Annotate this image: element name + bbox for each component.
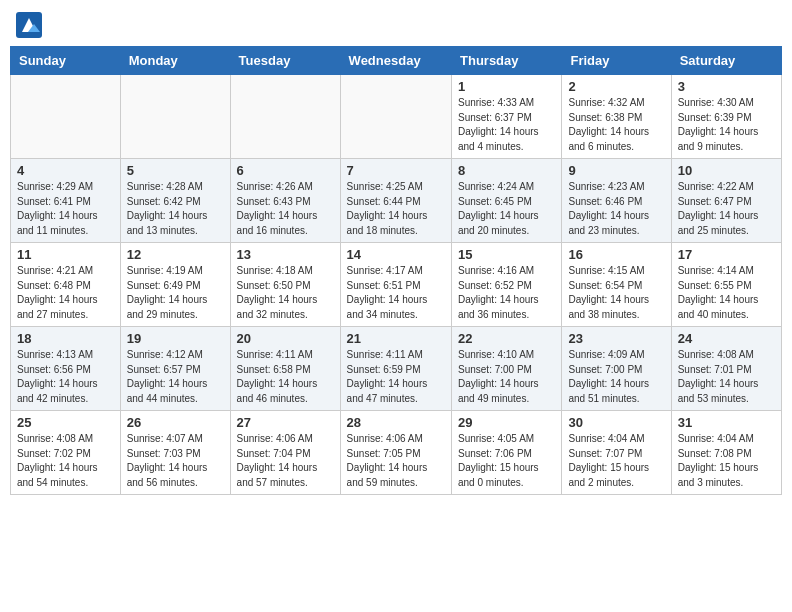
logo [14, 10, 48, 40]
calendar-week-row: 18Sunrise: 4:13 AM Sunset: 6:56 PM Dayli… [11, 327, 782, 411]
calendar-day-cell: 20Sunrise: 4:11 AM Sunset: 6:58 PM Dayli… [230, 327, 340, 411]
calendar-day-cell [340, 75, 451, 159]
weekday-header-row: SundayMondayTuesdayWednesdayThursdayFrid… [11, 47, 782, 75]
day-number: 22 [458, 331, 555, 346]
day-number: 26 [127, 415, 224, 430]
calendar-day-cell: 1Sunrise: 4:33 AM Sunset: 6:37 PM Daylig… [452, 75, 562, 159]
calendar-day-cell: 30Sunrise: 4:04 AM Sunset: 7:07 PM Dayli… [562, 411, 671, 495]
weekday-header-sunday: Sunday [11, 47, 121, 75]
day-number: 7 [347, 163, 445, 178]
day-number: 11 [17, 247, 114, 262]
weekday-header-saturday: Saturday [671, 47, 781, 75]
calendar-day-cell [120, 75, 230, 159]
calendar-day-cell: 26Sunrise: 4:07 AM Sunset: 7:03 PM Dayli… [120, 411, 230, 495]
calendar-day-cell [230, 75, 340, 159]
day-number: 2 [568, 79, 664, 94]
day-info: Sunrise: 4:05 AM Sunset: 7:06 PM Dayligh… [458, 432, 555, 490]
calendar-day-cell: 14Sunrise: 4:17 AM Sunset: 6:51 PM Dayli… [340, 243, 451, 327]
day-info: Sunrise: 4:21 AM Sunset: 6:48 PM Dayligh… [17, 264, 114, 322]
day-number: 9 [568, 163, 664, 178]
calendar-day-cell: 17Sunrise: 4:14 AM Sunset: 6:55 PM Dayli… [671, 243, 781, 327]
calendar-day-cell: 18Sunrise: 4:13 AM Sunset: 6:56 PM Dayli… [11, 327, 121, 411]
day-info: Sunrise: 4:19 AM Sunset: 6:49 PM Dayligh… [127, 264, 224, 322]
day-number: 17 [678, 247, 775, 262]
weekday-header-tuesday: Tuesday [230, 47, 340, 75]
day-number: 10 [678, 163, 775, 178]
day-info: Sunrise: 4:04 AM Sunset: 7:08 PM Dayligh… [678, 432, 775, 490]
calendar-day-cell: 11Sunrise: 4:21 AM Sunset: 6:48 PM Dayli… [11, 243, 121, 327]
day-number: 25 [17, 415, 114, 430]
day-info: Sunrise: 4:17 AM Sunset: 6:51 PM Dayligh… [347, 264, 445, 322]
day-number: 8 [458, 163, 555, 178]
weekday-header-wednesday: Wednesday [340, 47, 451, 75]
day-info: Sunrise: 4:25 AM Sunset: 6:44 PM Dayligh… [347, 180, 445, 238]
day-number: 18 [17, 331, 114, 346]
calendar-day-cell: 27Sunrise: 4:06 AM Sunset: 7:04 PM Dayli… [230, 411, 340, 495]
day-info: Sunrise: 4:32 AM Sunset: 6:38 PM Dayligh… [568, 96, 664, 154]
day-info: Sunrise: 4:08 AM Sunset: 7:02 PM Dayligh… [17, 432, 114, 490]
calendar-day-cell: 9Sunrise: 4:23 AM Sunset: 6:46 PM Daylig… [562, 159, 671, 243]
weekday-header-thursday: Thursday [452, 47, 562, 75]
weekday-header-monday: Monday [120, 47, 230, 75]
logo-icon [14, 10, 44, 40]
day-info: Sunrise: 4:14 AM Sunset: 6:55 PM Dayligh… [678, 264, 775, 322]
day-info: Sunrise: 4:23 AM Sunset: 6:46 PM Dayligh… [568, 180, 664, 238]
day-number: 31 [678, 415, 775, 430]
day-number: 14 [347, 247, 445, 262]
day-info: Sunrise: 4:22 AM Sunset: 6:47 PM Dayligh… [678, 180, 775, 238]
day-info: Sunrise: 4:08 AM Sunset: 7:01 PM Dayligh… [678, 348, 775, 406]
calendar-day-cell: 10Sunrise: 4:22 AM Sunset: 6:47 PM Dayli… [671, 159, 781, 243]
day-info: Sunrise: 4:18 AM Sunset: 6:50 PM Dayligh… [237, 264, 334, 322]
day-info: Sunrise: 4:11 AM Sunset: 6:58 PM Dayligh… [237, 348, 334, 406]
day-number: 5 [127, 163, 224, 178]
day-number: 12 [127, 247, 224, 262]
day-number: 21 [347, 331, 445, 346]
calendar-day-cell: 28Sunrise: 4:06 AM Sunset: 7:05 PM Dayli… [340, 411, 451, 495]
calendar-day-cell: 5Sunrise: 4:28 AM Sunset: 6:42 PM Daylig… [120, 159, 230, 243]
day-info: Sunrise: 4:29 AM Sunset: 6:41 PM Dayligh… [17, 180, 114, 238]
day-info: Sunrise: 4:11 AM Sunset: 6:59 PM Dayligh… [347, 348, 445, 406]
day-number: 16 [568, 247, 664, 262]
day-number: 3 [678, 79, 775, 94]
calendar-day-cell: 16Sunrise: 4:15 AM Sunset: 6:54 PM Dayli… [562, 243, 671, 327]
day-number: 29 [458, 415, 555, 430]
day-number: 4 [17, 163, 114, 178]
day-number: 24 [678, 331, 775, 346]
calendar-day-cell: 8Sunrise: 4:24 AM Sunset: 6:45 PM Daylig… [452, 159, 562, 243]
page-header [10, 10, 782, 40]
calendar-day-cell: 22Sunrise: 4:10 AM Sunset: 7:00 PM Dayli… [452, 327, 562, 411]
day-info: Sunrise: 4:09 AM Sunset: 7:00 PM Dayligh… [568, 348, 664, 406]
day-info: Sunrise: 4:16 AM Sunset: 6:52 PM Dayligh… [458, 264, 555, 322]
day-info: Sunrise: 4:07 AM Sunset: 7:03 PM Dayligh… [127, 432, 224, 490]
calendar-day-cell: 13Sunrise: 4:18 AM Sunset: 6:50 PM Dayli… [230, 243, 340, 327]
day-number: 20 [237, 331, 334, 346]
weekday-header-friday: Friday [562, 47, 671, 75]
calendar-week-row: 1Sunrise: 4:33 AM Sunset: 6:37 PM Daylig… [11, 75, 782, 159]
calendar-day-cell: 15Sunrise: 4:16 AM Sunset: 6:52 PM Dayli… [452, 243, 562, 327]
day-info: Sunrise: 4:12 AM Sunset: 6:57 PM Dayligh… [127, 348, 224, 406]
day-info: Sunrise: 4:15 AM Sunset: 6:54 PM Dayligh… [568, 264, 664, 322]
calendar-day-cell: 21Sunrise: 4:11 AM Sunset: 6:59 PM Dayli… [340, 327, 451, 411]
calendar-day-cell: 23Sunrise: 4:09 AM Sunset: 7:00 PM Dayli… [562, 327, 671, 411]
calendar-week-row: 11Sunrise: 4:21 AM Sunset: 6:48 PM Dayli… [11, 243, 782, 327]
calendar-day-cell: 2Sunrise: 4:32 AM Sunset: 6:38 PM Daylig… [562, 75, 671, 159]
calendar-day-cell: 6Sunrise: 4:26 AM Sunset: 6:43 PM Daylig… [230, 159, 340, 243]
day-number: 13 [237, 247, 334, 262]
day-info: Sunrise: 4:33 AM Sunset: 6:37 PM Dayligh… [458, 96, 555, 154]
day-info: Sunrise: 4:10 AM Sunset: 7:00 PM Dayligh… [458, 348, 555, 406]
day-info: Sunrise: 4:06 AM Sunset: 7:04 PM Dayligh… [237, 432, 334, 490]
day-number: 19 [127, 331, 224, 346]
calendar-day-cell [11, 75, 121, 159]
calendar-day-cell: 3Sunrise: 4:30 AM Sunset: 6:39 PM Daylig… [671, 75, 781, 159]
calendar-day-cell: 19Sunrise: 4:12 AM Sunset: 6:57 PM Dayli… [120, 327, 230, 411]
day-info: Sunrise: 4:06 AM Sunset: 7:05 PM Dayligh… [347, 432, 445, 490]
calendar-day-cell: 4Sunrise: 4:29 AM Sunset: 6:41 PM Daylig… [11, 159, 121, 243]
day-number: 23 [568, 331, 664, 346]
day-info: Sunrise: 4:30 AM Sunset: 6:39 PM Dayligh… [678, 96, 775, 154]
day-number: 1 [458, 79, 555, 94]
calendar-day-cell: 31Sunrise: 4:04 AM Sunset: 7:08 PM Dayli… [671, 411, 781, 495]
calendar-day-cell: 25Sunrise: 4:08 AM Sunset: 7:02 PM Dayli… [11, 411, 121, 495]
calendar-day-cell: 7Sunrise: 4:25 AM Sunset: 6:44 PM Daylig… [340, 159, 451, 243]
day-number: 15 [458, 247, 555, 262]
day-info: Sunrise: 4:26 AM Sunset: 6:43 PM Dayligh… [237, 180, 334, 238]
